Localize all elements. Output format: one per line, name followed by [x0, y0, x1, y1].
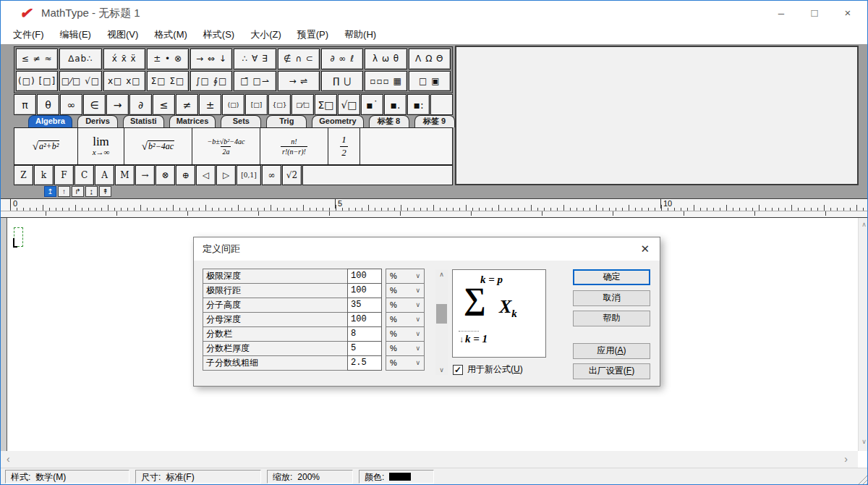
symbol-button-10[interactable]: (□) [222, 94, 244, 115]
menu-item-8[interactable]: 帮助(H) [336, 25, 384, 44]
expression-button-5[interactable]: A [95, 165, 114, 185]
tab-algebra[interactable]: Algebra [28, 115, 72, 127]
apply-button[interactable]: 应用(A) [573, 343, 650, 359]
tab-sets[interactable]: Sets [221, 115, 261, 127]
tab-derivs[interactable]: Derivs [77, 115, 118, 127]
spacing-value-input[interactable]: 100 [347, 269, 382, 284]
status-field-4[interactable]: 颜色: [359, 470, 434, 484]
palette-button-r1-3[interactable]: x́ x̄ ẍ [103, 48, 145, 69]
symbol-button-18[interactable]: ▪: [407, 94, 430, 115]
list-scroll-up-icon[interactable]: ∧ [435, 271, 448, 278]
expression-button-9[interactable]: ⊕ [176, 165, 195, 185]
palette-button-r1-4[interactable]: ± • ⊗ [147, 48, 189, 69]
tabstop-button-3[interactable]: ↱ [72, 186, 84, 197]
template-button-2[interactable]: limx→∞ [78, 128, 124, 164]
expression-button-10[interactable]: ◁ [196, 165, 216, 185]
palette-button-r1-10[interactable]: Λ Ω Θ [409, 48, 451, 69]
unit-dropdown[interactable]: %∨ [386, 355, 425, 371]
symbol-button-11[interactable]: [□] [245, 94, 268, 115]
symbol-button-15[interactable]: √□ [338, 94, 360, 115]
factory-settings-button[interactable]: 出厂设置(F) [573, 363, 650, 379]
symbol-button-9[interactable]: ± [199, 94, 221, 115]
unit-dropdown[interactable]: %∨ [386, 298, 425, 313]
cancel-button[interactable]: 取消 [573, 290, 650, 306]
expression-button-6[interactable]: M [115, 165, 135, 185]
vertical-scrollbar[interactable]: ∧ ∨ [858, 218, 868, 451]
symbol-button-5[interactable]: → [106, 94, 129, 115]
chevron-down-icon[interactable]: ∨ [415, 269, 420, 283]
symbol-button-7[interactable]: ≤ [153, 94, 175, 115]
chevron-down-icon[interactable]: ∨ [415, 356, 420, 370]
tab-标签-9[interactable]: 标签 9 [414, 115, 455, 127]
tab-matrices[interactable]: Matrices [169, 115, 216, 127]
expression-button-3[interactable]: F [54, 165, 74, 185]
status-field-1[interactable]: 样式:数学(M) [5, 470, 129, 484]
unit-dropdown[interactable]: %∨ [386, 269, 425, 284]
horizontal-scrollbar[interactable]: ‹ › [1, 451, 858, 468]
symbol-button-1[interactable]: π [14, 94, 36, 115]
tabstop-button-5[interactable]: ↟ [99, 186, 111, 197]
unit-dropdown[interactable]: %∨ [386, 283, 425, 298]
expression-button-8[interactable]: ⊗ [156, 165, 175, 185]
ruler[interactable]: 0510 [1, 198, 868, 218]
palette-button-r1-7[interactable]: ∉ ∩ ⊂ [278, 48, 320, 69]
symbol-button-8[interactable]: ≠ [176, 94, 198, 115]
minimize-button[interactable]: – [765, 1, 798, 25]
expression-button-7[interactable]: → [135, 165, 155, 185]
palette-button-r2-6[interactable]: □̄ □⇀ [234, 71, 276, 92]
empty-slot-cursor[interactable] [14, 227, 23, 247]
spacing-list-scrollbar[interactable]: ∧ ∨ [435, 269, 448, 375]
menu-item-3[interactable]: 视图(V) [99, 25, 146, 44]
palette-button-r2-3[interactable]: x□ x□ [103, 71, 145, 92]
symbol-button-14[interactable]: Σ□ [315, 94, 337, 115]
template-button-3[interactable]: √b²−4ac [124, 128, 192, 164]
expression-button-12[interactable]: [0,1] [237, 165, 261, 185]
expression-button-14[interactable]: √2 [282, 165, 302, 185]
tab-标签-8[interactable]: 标签 8 [369, 115, 409, 127]
palette-button-r1-5[interactable]: → ⇔ ↓ [190, 48, 232, 69]
scroll-right-icon[interactable]: › [844, 451, 848, 468]
expression-button-13[interactable]: ∞ [262, 165, 281, 185]
tabstop-button-2[interactable]: ↑ [58, 186, 70, 197]
palette-button-r2-10[interactable]: □ ▣ [409, 71, 451, 92]
scroll-left-icon[interactable]: ‹ [7, 451, 10, 468]
status-field-2[interactable]: 尺寸:标准(F) [135, 470, 261, 484]
palette-button-r1-6[interactable]: ∴ ∀ ∃ [234, 48, 276, 69]
scroll-down-icon[interactable]: ∨ [859, 438, 868, 445]
chevron-down-icon[interactable]: ∨ [415, 284, 420, 298]
scroll-up-icon[interactable]: ∧ [859, 221, 868, 228]
palette-button-r2-7[interactable]: → ⇌ [278, 71, 320, 92]
status-field-3[interactable]: 缩放:200% [267, 470, 353, 484]
symbol-button-12[interactable]: {□} [268, 94, 291, 115]
spacing-value-input[interactable]: 8 [347, 326, 382, 342]
menu-item-5[interactable]: 样式(S) [195, 25, 242, 44]
tabstop-button-4[interactable]: ↨ [85, 186, 98, 197]
template-button-4[interactable]: −b±√b²−4ac2a [192, 128, 260, 164]
symbol-button-13[interactable]: □⁄□ [292, 94, 314, 115]
expression-button-2[interactable]: k [34, 165, 54, 185]
tabstop-button-1[interactable]: ↥ [44, 186, 56, 197]
list-scroll-thumb[interactable] [436, 304, 447, 324]
spacing-value-input[interactable]: 5 [347, 341, 382, 356]
close-button[interactable]: × [831, 1, 864, 25]
spacing-value-input[interactable]: 100 [347, 312, 382, 327]
maximize-button[interactable]: □ [798, 1, 831, 25]
spacing-value-input[interactable]: 35 [347, 298, 382, 313]
menu-item-1[interactable]: 文件(F) [5, 25, 52, 44]
symbol-button-16[interactable]: ▪˙ [361, 94, 383, 115]
symbol-button-17[interactable]: ▪. [384, 94, 407, 115]
unit-dropdown[interactable]: %∨ [386, 326, 425, 342]
resize-grip[interactable] [857, 474, 867, 484]
expression-button-11[interactable]: ▷ [216, 165, 236, 185]
tab-geometry[interactable]: Geometry [312, 115, 363, 127]
use-for-new-equations-checkbox[interactable]: ✓ [453, 365, 463, 375]
palette-button-r1-9[interactable]: λ ω θ [365, 48, 407, 69]
help-button[interactable]: 帮助 [573, 311, 650, 326]
symbol-button-4[interactable]: ∈ [83, 94, 106, 115]
template-button-5[interactable]: n!r!(n−r)! [260, 128, 328, 164]
palette-button-r2-2[interactable]: □⁄□ √□ [59, 71, 101, 92]
unit-dropdown[interactable]: %∨ [386, 341, 425, 356]
list-scroll-down-icon[interactable]: ∨ [435, 366, 448, 374]
chevron-down-icon[interactable]: ∨ [415, 313, 420, 326]
template-button-6[interactable]: 12 [328, 128, 360, 164]
